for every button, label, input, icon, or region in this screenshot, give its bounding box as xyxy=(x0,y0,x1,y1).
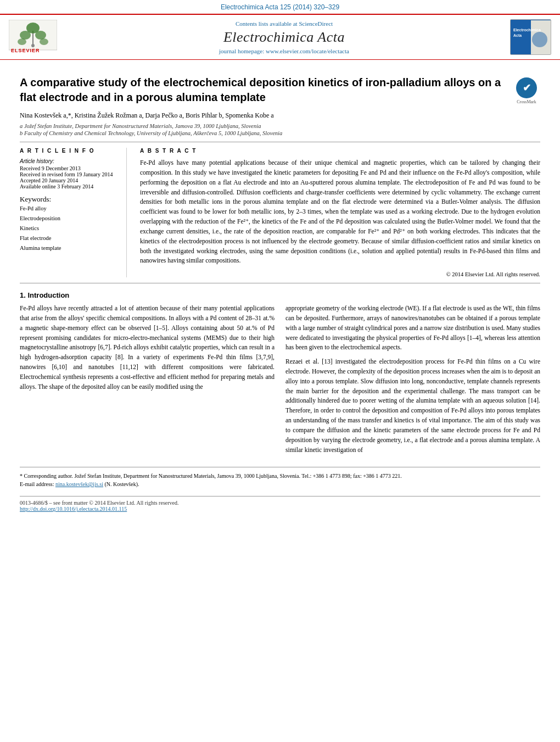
journal-logo-right: Electrochimica Acta xyxy=(510,19,551,55)
bottom-bar: 0013-4686/$ – see front matter © 2014 El… xyxy=(20,496,540,512)
paper-body: A comparative study of the electrochemic… xyxy=(0,60,560,523)
affiliation-a: a Jožef Stefan Institute, Department for… xyxy=(20,123,540,129)
svg-point-4 xyxy=(35,31,46,40)
journal-title: Electrochimica Acta xyxy=(64,29,505,46)
article-info-abstract: A R T I C L E I N F O Article history: R… xyxy=(20,148,540,277)
homepage-link[interactable]: www.elsevier.com/locate/electacta xyxy=(266,48,349,54)
article-info-heading: A R T I C L E I N F O xyxy=(20,148,117,154)
svg-text:Acta: Acta xyxy=(513,34,522,37)
homepage-line: journal homepage: www.elsevier.com/locat… xyxy=(64,48,505,54)
keyword-5: Alumina template xyxy=(20,243,117,253)
history-label: Article history: xyxy=(20,158,117,164)
article-info-column: A R T I C L E I N F O Article history: R… xyxy=(20,148,127,277)
intro-title: 1. Introduction xyxy=(20,291,540,299)
authors-line: Nina Kostevšek a,*, Kristina Žužek Rožma… xyxy=(20,110,540,121)
keywords-label: Keywords: xyxy=(20,195,117,204)
abstract-column: A B S T R A C T Fe-Pd alloys have many p… xyxy=(140,148,540,277)
article-history: Article history: Received 9 December 201… xyxy=(20,158,117,189)
footnotes: * Corresponding author. Jožef Stefan Ins… xyxy=(20,467,540,488)
journal-header: ELSEVIER Contents lists available at Sci… xyxy=(0,14,560,60)
crossmark-icon: ✔ xyxy=(516,77,537,98)
affiliation-b: b Faculty of Chemistry and Chemical Tech… xyxy=(20,130,540,136)
sciencedirect-link[interactable]: ScienceDirect xyxy=(299,20,333,27)
available-date: Available online 3 February 2014 xyxy=(20,183,117,189)
journal-logo-image: Electrochimica Acta xyxy=(510,19,551,55)
keyword-2: Electrodeposition xyxy=(20,214,117,224)
abstract-heading: A B S T R A C T xyxy=(140,148,540,154)
doi-line: http://dx.doi.org/10.1016/j.electacta.20… xyxy=(20,506,540,512)
affiliations: a Jožef Stefan Institute, Department for… xyxy=(20,123,540,136)
svg-point-3 xyxy=(20,31,31,40)
elsevier-logo-left: ELSEVIER xyxy=(9,20,58,55)
email-label: E-mail address: xyxy=(20,481,54,487)
keyword-4: Flat electrode xyxy=(20,233,117,243)
divider-1 xyxy=(20,142,540,142)
email-link[interactable]: nina.kostevšek@ijs.si xyxy=(55,481,103,487)
main-content: 1. Introduction Fe-Pd alloys have recent… xyxy=(20,291,540,459)
crossmark-label: CrossMark xyxy=(517,99,536,104)
revised-date: Received in revised form 19 January 2014 xyxy=(20,171,117,177)
accepted-date: Accepted 20 January 2014 xyxy=(20,177,117,183)
keyword-3: Kinetics xyxy=(20,224,117,233)
svg-point-13 xyxy=(532,32,547,47)
copyright-line: © 2014 Elsevier Ltd. All rights reserved… xyxy=(140,271,540,277)
divider-2 xyxy=(20,283,540,283)
article-title: A comparative study of the electrochemic… xyxy=(20,75,507,105)
email-suffix: (N. Kostevšek). xyxy=(104,481,139,487)
svg-point-6 xyxy=(40,38,48,45)
crossmark-badge[interactable]: ✔ CrossMark xyxy=(513,77,540,104)
homepage-text: journal homepage: xyxy=(219,48,264,54)
intro-right-p1: appropriate geometry of the working elec… xyxy=(285,304,540,353)
abstract-text: Fe-Pd alloys have many potential applica… xyxy=(140,158,540,266)
keywords-section: Keywords: Fe-Pd alloy Electrodeposition … xyxy=(20,195,117,253)
article-title-section: A comparative study of the electrochemic… xyxy=(20,75,540,105)
received-date: Received 9 December 2013 xyxy=(20,165,117,171)
issn-line: 0013-4686/$ – see front matter © 2014 El… xyxy=(20,500,540,506)
journal-center-info: Contents lists available at ScienceDirec… xyxy=(64,20,505,54)
main-two-col: Fe-Pd alloys have recently attracted a l… xyxy=(20,304,540,459)
intro-left-p1: Fe-Pd alloys have recently attracted a l… xyxy=(20,304,275,392)
citation-text: Electrochimica Acta 125 (2014) 320–329 xyxy=(221,3,339,11)
corresponding-note: * Corresponding author. Jožef Stefan Ins… xyxy=(20,472,540,480)
email-note: E-mail address: nina.kostevšek@ijs.si (N… xyxy=(20,480,540,488)
keyword-1: Fe-Pd alloy xyxy=(20,204,117,214)
svg-point-5 xyxy=(18,38,26,45)
authors-text: Nina Kostevšek a,*, Kristina Žužek Rožma… xyxy=(20,111,274,119)
intro-right-p2: Rezaei et al. [13] investigated the elec… xyxy=(285,357,540,455)
main-col-right: appropriate geometry of the working elec… xyxy=(285,304,540,459)
contents-text: Contents lists available at xyxy=(236,20,298,27)
main-col-left: Fe-Pd alloys have recently attracted a l… xyxy=(20,304,275,459)
doi-link[interactable]: http://dx.doi.org/10.1016/j.electacta.20… xyxy=(20,506,127,512)
contents-line: Contents lists available at ScienceDirec… xyxy=(64,20,505,27)
svg-text:Electrochimica: Electrochimica xyxy=(513,28,541,32)
citation-bar: Electrochimica Acta 125 (2014) 320–329 xyxy=(0,0,560,14)
svg-text:ELSEVIER: ELSEVIER xyxy=(11,48,40,53)
svg-point-7 xyxy=(31,44,35,47)
